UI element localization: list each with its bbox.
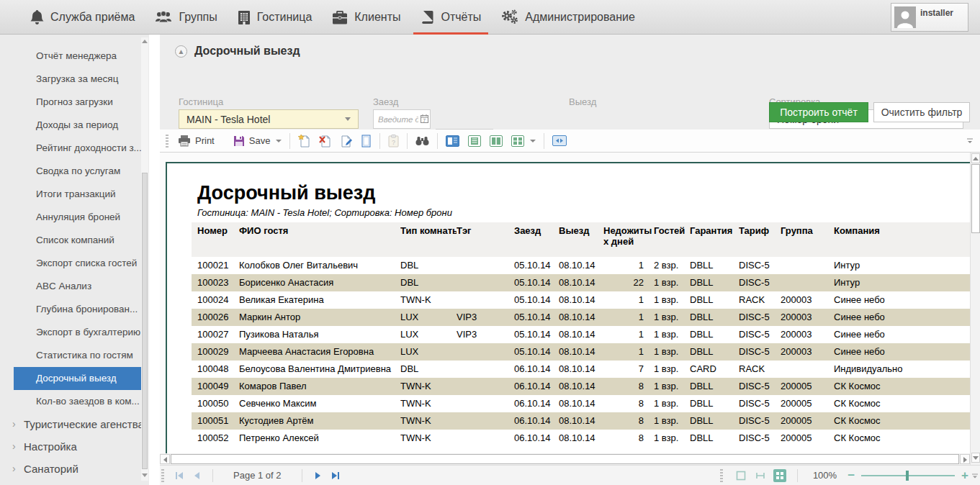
sidebar-item[interactable]: Кол-во заездов в ком... [0,390,149,413]
collapse-panel-icon[interactable]: ▲ [175,45,187,58]
sidebar-item[interactable]: Прогноз загрузки [0,91,149,114]
table-cell: 08.10.14 [559,361,603,378]
column-header: Заезд [514,222,559,257]
scroll-left-button[interactable] [160,454,170,464]
sidebar-scrollbar[interactable] [141,37,148,481]
scroll-up-icon[interactable] [142,40,148,43]
table-cell: 100026 [192,309,239,326]
scroll-down-icon[interactable] [142,473,148,477]
table-row: 100021Колобков Олег ВитальевичDBL05.10.1… [192,257,970,274]
toolbar-drag-handle[interactable] [166,135,168,148]
thumbnails-view-button[interactable] [441,133,464,149]
zoom-slider[interactable] [861,471,955,481]
first-page-button[interactable] [174,470,185,481]
sidebar-item[interactable]: Итоги транзакций [0,183,149,206]
sidebar-item[interactable]: Аннуляция броней [0,206,149,229]
report-table: НомерФИО гостяТип комнатыТэгЗаездВыездНе… [192,222,970,447]
page-setup-button[interactable] [356,132,376,150]
print-button[interactable]: Print [174,133,219,149]
table-cell: Маркин Антор [239,309,400,326]
multiple-pages-button[interactable] [773,469,786,482]
page-width-icon [552,135,567,146]
sidebar-item[interactable]: Список компаний [0,229,149,252]
building-icon [238,10,251,25]
save-button[interactable]: Save [229,133,287,149]
column-header: Гарантия [690,222,739,257]
vertical-scroll-thumb[interactable] [971,164,980,233]
sidebar-item[interactable]: Рейтинг доходности з... [0,137,149,160]
sidebar-item[interactable]: Глубина бронирован... [0,298,149,321]
table-cell: 1 взр. [654,412,690,430]
last-page-button[interactable] [330,470,341,481]
horizontal-scrollbar[interactable] [160,453,970,465]
statusbar-overflow-icon[interactable] [971,469,979,482]
filter-panel: ▲ Досрочный выезд Гостиница Заезд Выезд … [160,35,980,130]
next-page-button[interactable] [313,470,324,481]
sidebar-item[interactable]: Досрочный выезд [14,367,141,390]
pager-drag-handle[interactable] [161,469,164,482]
table-cell: 06.10.14 [514,361,559,378]
nav-item-bell[interactable]: Служба приёма [20,0,145,35]
whole-page-button[interactable] [734,469,747,482]
sidebar-group[interactable]: ›Настройка [0,435,149,458]
zoom-slider-handle[interactable] [906,471,909,481]
sidebar-item[interactable]: Отчёт менеджера [0,45,149,68]
remove-page-icon [319,135,331,148]
sidebar-item[interactable]: ABC Анализ [0,275,149,298]
page-width-button[interactable] [548,133,571,148]
table-cell: 200005 [781,395,834,412]
sidebar-item[interactable]: Экспорт списка гостей [0,252,149,275]
table-cell: 05.10.14 [514,343,559,361]
single-page-view-button[interactable] [464,133,485,149]
sidebar-item[interactable]: Статистика по гостям [0,344,149,367]
nav-item-book[interactable]: Отчёты [410,0,491,35]
prev-page-button[interactable] [191,470,202,481]
hotel-select[interactable]: MAIN - Tesla Hotel [179,109,359,129]
table-cell: DISC-5 [739,309,781,326]
sidebar-item[interactable]: Сводка по услугам [0,160,149,183]
sidebar-group[interactable]: ›Санаторий [0,458,149,480]
table-cell: 100024 [192,291,239,309]
remove-page-button[interactable] [315,132,336,150]
nav-item-users[interactable]: Группы [145,0,227,35]
nav-item-gears[interactable]: Администрирование [491,0,645,35]
scroll-down-button[interactable] [971,453,980,463]
sidebar-group[interactable]: ›Туристические агенства [0,413,149,435]
search-button[interactable] [411,133,433,148]
multi-page-view-button[interactable] [507,133,540,149]
add-page-button[interactable] [294,132,315,150]
scroll-right-button[interactable] [960,454,970,464]
zoom-out-button[interactable]: − [848,471,855,481]
two-page-view-button[interactable] [485,133,507,149]
toolbar-overflow-icon[interactable] [966,135,974,148]
scroll-thumb[interactable] [142,173,148,469]
table-cell: VIP3 [457,326,514,343]
nav-item-building[interactable]: Гостиница [228,0,323,35]
vertical-scrollbar[interactable] [970,153,980,465]
scroll-up-button[interactable] [971,153,980,163]
horizontal-scroll-thumb[interactable] [171,454,959,464]
clear-filter-button[interactable]: Очистить фильтр [873,102,970,122]
edit-page-button[interactable] [336,132,356,150]
table-cell: 100023 [192,274,239,291]
sidebar-item[interactable]: Загрузка за месяц [0,68,149,91]
sidebar-item[interactable]: Доходы за период [0,114,149,137]
zoom-in-button[interactable]: + [961,471,968,481]
two-page-view-icon [490,135,503,147]
sidebar-item[interactable]: Экспорт в бухгалтерию [0,321,149,344]
zoom-drag-handle[interactable] [720,469,723,482]
hotel-label: Гостиница [179,96,223,107]
nav-item-briefcase[interactable]: Клиенты [322,0,410,35]
add-page-icon [298,135,310,148]
table-cell: 1 [603,326,654,343]
user-box[interactable]: installer [891,3,968,32]
chevron-right-icon: › [12,458,16,480]
nav-item-label: Гостиница [257,11,313,24]
table-cell: DBLL [690,291,739,309]
build-report-button[interactable]: Построить отчёт [769,102,868,122]
chevron-down-icon [530,140,536,142]
top-nav-items: Служба приёмаГруппыГостиницаКлиентыОтчёт… [0,0,980,35]
calendar-icon[interactable]: 7 [421,114,428,123]
fit-width-button[interactable] [754,469,767,482]
arrival-from-field[interactable]: 7 [373,109,431,129]
